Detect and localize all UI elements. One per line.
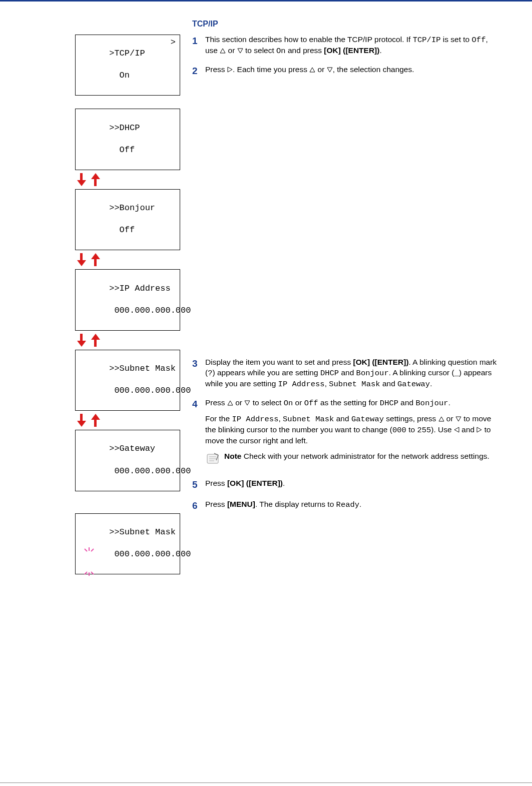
code: IP Address: [232, 415, 278, 424]
nav-arrows: [75, 172, 180, 187]
svg-line-19: [85, 572, 87, 574]
code: On: [284, 399, 293, 408]
arrow-up-icon: [91, 414, 100, 427]
text: , the selection changes.: [333, 65, 414, 74]
text: to select: [250, 398, 283, 407]
step-number: 3: [192, 357, 205, 370]
text: or: [233, 398, 244, 407]
step-3: 3 Display the item you want to set and p…: [192, 357, 502, 390]
lcd-line: 000.000.000.000: [109, 386, 191, 395]
svg-marker-29: [439, 417, 444, 421]
lcd-line: On: [109, 71, 130, 80]
triangle-up-icon: [227, 398, 233, 409]
lcd-dhcp: >>DHCP Off: [75, 109, 180, 170]
step-6: 6 Press [MENU]. The display returns to R…: [192, 499, 502, 512]
code: Subnet Mask: [283, 415, 334, 424]
lcd-line: >>Gateway: [109, 444, 155, 453]
text: and: [398, 398, 415, 407]
code: Gateway: [397, 380, 430, 389]
section-title: TCP/IP: [192, 20, 502, 29]
code: _: [454, 369, 459, 378]
text: and: [380, 379, 397, 388]
triangle-up-icon: [220, 46, 226, 57]
lcd-line: >>Subnet Mask: [109, 364, 176, 373]
code: TCP/IP: [413, 36, 441, 45]
lcd-ip-address: >>IP Address 000.000.000.000: [75, 269, 180, 330]
lcd-line: >>Subnet Mask: [109, 527, 176, 537]
key-label: [OK] ([ENTER]): [324, 46, 379, 55]
text: is set to: [441, 35, 472, 44]
step-body: Press . Each time you press or , the sel…: [205, 65, 502, 76]
lcd-subnet-mask: >>Subnet Mask 000.000.000.000: [75, 350, 180, 411]
note: Note Check with your network administrat…: [205, 451, 502, 466]
code: Bonjour: [356, 369, 389, 378]
text: ) appears while you are setting: [212, 368, 320, 377]
text: and: [339, 368, 356, 377]
text: Press: [205, 500, 227, 508]
triangle-up-icon: [309, 65, 315, 76]
lcd-subnet-edit: >>Subnet Mask 000.000.000.000: [75, 513, 180, 574]
text: ). Use: [431, 425, 454, 434]
svg-rect-4: [80, 253, 83, 261]
code: Off: [472, 36, 486, 45]
text: or: [444, 414, 455, 423]
triangle-down-icon: [455, 414, 461, 425]
text: For the: [205, 414, 232, 423]
code: Ready: [336, 500, 360, 509]
svg-line-18: [91, 549, 94, 551]
arrow-down-icon: [77, 173, 86, 186]
svg-marker-9: [77, 341, 86, 347]
svg-marker-23: [238, 49, 243, 53]
lcd-line: >>DHCP: [109, 123, 140, 133]
step-4: 4 Press or to select On or Off as the se…: [192, 398, 502, 466]
svg-marker-5: [77, 260, 86, 266]
text: . Each time you press: [233, 65, 309, 74]
text: to: [406, 425, 417, 434]
svg-marker-32: [477, 427, 481, 432]
svg-marker-30: [456, 417, 461, 421]
svg-rect-0: [80, 173, 83, 181]
lcd-line: >>IP Address: [109, 284, 170, 293]
svg-rect-7: [94, 258, 97, 266]
step-2: 2 Press . Each time you press or , the s…: [192, 65, 502, 78]
svg-line-21: [91, 572, 94, 574]
text: Press: [205, 398, 227, 407]
instructions-column: TCP/IP 1 This section describes how to e…: [192, 20, 502, 582]
arrow-up-icon: [91, 173, 100, 186]
svg-rect-8: [80, 334, 83, 342]
key-label: [OK] ([ENTER]): [353, 358, 409, 366]
lcd-line: Off: [109, 145, 135, 155]
lcd-line: 000.000.000.000: [109, 549, 191, 559]
lcd-line: 000.000.000.000: [109, 466, 191, 476]
text: Display the item you want to set and pre…: [205, 358, 353, 366]
lcd-column: >TCP/IP> On >>DHCP Off >>Bonjour Off: [75, 20, 180, 582]
svg-rect-11: [94, 339, 97, 347]
lcd-gateway: >>Gateway 000.000.000.000: [75, 430, 180, 491]
triangle-right-icon: [227, 65, 233, 76]
chevron-right-icon: >: [171, 37, 176, 48]
code: Subnet Mask: [329, 380, 380, 389]
triangle-down-icon: [244, 398, 250, 409]
step-number: 6: [192, 499, 205, 512]
svg-marker-25: [310, 68, 315, 72]
arrow-down-icon: [77, 253, 86, 266]
code: IP Address: [278, 380, 325, 389]
text: .: [359, 500, 361, 508]
note-icon: [205, 451, 220, 466]
svg-rect-3: [94, 178, 97, 186]
text: and: [334, 414, 351, 423]
page-footer: Printing Operation 2-3: [0, 782, 532, 786]
text: .: [283, 479, 285, 487]
text: as the setting for: [318, 398, 380, 407]
blinking-cursor-icon: [84, 571, 99, 579]
triangle-down-icon: [237, 46, 243, 57]
text: ,: [325, 379, 329, 388]
note-text: Check with your network administrator fo…: [241, 452, 489, 460]
svg-marker-27: [228, 401, 233, 405]
lcd-line: >TCP/IP: [109, 49, 145, 58]
text: and: [459, 425, 476, 434]
text: .: [379, 46, 381, 55]
step-body: Press [OK] ([ENTER]).: [205, 478, 502, 489]
step-number: 1: [192, 35, 205, 48]
text: settings, press: [384, 414, 438, 423]
